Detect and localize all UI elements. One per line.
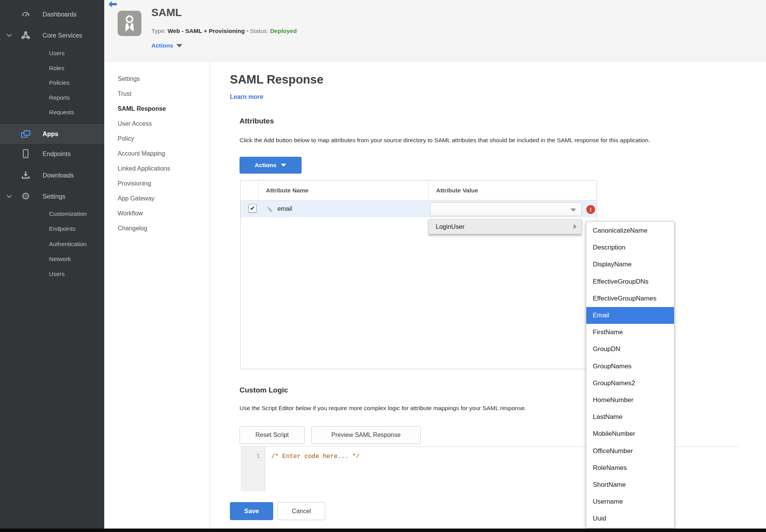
sidebar-item-apps[interactable]: Apps [0, 123, 104, 144]
value-menu-root-loginuser[interactable]: LoginUser [428, 219, 582, 234]
content-divider [210, 62, 210, 529]
phone-icon [19, 149, 32, 159]
cluster-icon [19, 30, 32, 40]
menu-item-username[interactable]: Username [586, 493, 674, 510]
column-header-label: Attribute Name [266, 187, 308, 194]
attribute-value-column-header: Attribute Value [429, 181, 597, 200]
attribute-name-cell: email [277, 200, 292, 217]
cancel-button[interactable]: Cancel [277, 502, 325, 520]
menu-item-shortname[interactable]: ShortName [586, 476, 674, 493]
menu-item-lastname[interactable]: LastName [586, 409, 674, 425]
gear-icon: ⚙ [19, 191, 32, 201]
sidebar-subitem-label: Roles [49, 65, 64, 72]
menu-item-mobilenumber[interactable]: MobileNumber [586, 425, 674, 442]
subnav-item-changelog[interactable]: Changelog [118, 221, 170, 236]
menu-item-rolenames[interactable]: RoleNames [586, 460, 674, 476]
attribute-value-select[interactable] [430, 202, 582, 216]
preview-saml-response-button[interactable]: Preview SAML Response [311, 426, 421, 444]
sidebar-item-authentication[interactable]: Authentication [0, 237, 104, 251]
sidebar-item-roles[interactable]: Roles [0, 61, 104, 76]
subnav-item-workflow[interactable]: Workflow [118, 206, 170, 221]
sidebar-item-endpoints[interactable]: Endpoints [0, 146, 104, 161]
menu-item-officenumber[interactable]: OfficeNumber [586, 442, 674, 459]
menu-item-groupnames2[interactable]: GroupNames2 [586, 375, 674, 392]
sidebar-item-dashboards[interactable]: Dashboards [0, 7, 104, 21]
app-title: SAML [151, 7, 182, 19]
sidebar-item-core-services[interactable]: Core Services [0, 28, 104, 43]
menu-item-groupdn[interactable]: GroupDN [586, 341, 674, 358]
sidebar-subitem-label: Endpoints [49, 225, 75, 232]
back-arrow-icon[interactable] [108, 1, 117, 8]
attributes-heading: Attributes [239, 117, 274, 125]
menu-item-homenumber[interactable]: HomeNumber [586, 392, 674, 409]
sidebar-item-reports[interactable]: Reports [0, 90, 104, 105]
column-header-label: Attribute Value [436, 187, 478, 194]
sidebar-item-label: Endpoints [43, 150, 71, 158]
header-actions-dropdown[interactable]: Actions [151, 42, 182, 49]
attributes-description: Click the Add button below to map attrib… [239, 137, 650, 144]
menu-item-effectivegroupnames[interactable]: EffectiveGroupNames [586, 290, 674, 307]
gauge-icon [19, 9, 32, 20]
sidebar-subitem-label: Users [49, 271, 64, 277]
menu-item-canonicalizename[interactable]: CanonicalizeName [586, 222, 674, 239]
page-content: SAML Type: Web - SAML + Provisioning•Sta… [104, 0, 766, 532]
subnav-item-user-access[interactable]: User Access [118, 116, 170, 131]
subnav-item-account-mapping[interactable]: Account Mapping [118, 146, 170, 161]
window-bottom-edge [0, 529, 766, 532]
award-ribbon-icon [118, 11, 141, 36]
submenu-arrow-icon [574, 224, 577, 229]
save-button[interactable]: Save [230, 502, 273, 520]
sidebar-subitem-label: Authentication [49, 241, 87, 248]
subnav-item-policy[interactable]: Policy [118, 131, 170, 146]
sidebar-item-label: Downloads [43, 172, 74, 179]
learn-more-link[interactable]: Learn more [230, 94, 263, 100]
subnav-item-settings[interactable]: Settings [118, 71, 170, 86]
caret-down-icon [176, 44, 182, 48]
reset-script-button[interactable]: Reset Script [239, 426, 305, 444]
sidebar-item-users-settings[interactable]: Users [0, 267, 104, 281]
sidebar-item-endpoints-settings[interactable]: Endpoints [0, 222, 104, 236]
sidebar-subitem-label: Network [49, 256, 71, 263]
menu-item-effectivegroupdns[interactable]: EffectiveGroupDNs [586, 273, 674, 290]
subnav-item-trust[interactable]: Trust [118, 86, 170, 101]
status-label: Status: [250, 28, 268, 34]
value-menu-root-label: LoginUser [429, 223, 464, 230]
select-column-header [241, 181, 259, 200]
pencil-icon[interactable] [265, 205, 274, 215]
row-checkbox[interactable]: ✔ [248, 204, 257, 212]
sidebar-subitem-label: Policies [49, 79, 69, 86]
sidebar-item-settings[interactable]: ⚙ Settings [0, 189, 104, 204]
menu-item-uuid[interactable]: Uuid [586, 510, 674, 527]
app-subnav: Settings Trust SAML Response User Access… [118, 71, 170, 236]
page-title: SAML Response [230, 73, 323, 87]
apps-icon [19, 129, 32, 139]
sidebar-item-customization[interactable]: Customization [0, 207, 104, 221]
chevron-down-icon[interactable] [5, 194, 14, 198]
menu-item-firstname[interactable]: FirstName [586, 324, 674, 341]
menu-item-displayname[interactable]: DisplayName [586, 256, 674, 273]
subnav-item-linked-applications[interactable]: Linked Applications [118, 161, 170, 176]
chevron-down-icon[interactable] [5, 33, 14, 37]
sidebar-item-requests[interactable]: Requests [0, 105, 104, 120]
attributes-actions-button[interactable]: Actions [239, 157, 302, 174]
menu-item-description[interactable]: Description [586, 239, 674, 256]
sidebar-item-downloads[interactable]: Downloads [0, 168, 104, 182]
caret-down-icon [281, 164, 286, 167]
header-actions-label: Actions [151, 42, 173, 49]
subnav-item-provisioning[interactable]: Provisioning [118, 176, 170, 191]
menu-item-groupnames[interactable]: GroupNames [586, 358, 674, 375]
sidebar-item-label: Apps [43, 130, 58, 138]
sidebar-subitem-label: Users [49, 50, 64, 57]
menu-item-email[interactable]: Email [586, 307, 674, 324]
sidebar-subitem-label: Customization [49, 210, 87, 217]
status-badge: Deployed [270, 28, 297, 34]
subnav-item-app-gateway[interactable]: App Gateway [118, 191, 170, 206]
main-sidebar: Dashboards Core Services Users Roles Pol… [0, 0, 104, 532]
sidebar-item-policies[interactable]: Policies [0, 76, 104, 90]
sidebar-item-users[interactable]: Users [0, 46, 104, 61]
sidebar-item-network[interactable]: Network [0, 252, 104, 266]
editor-line-number: 1 [241, 447, 265, 491]
error-icon: ! [586, 205, 595, 214]
subnav-item-saml-response[interactable]: SAML Response [118, 101, 170, 116]
download-icon [19, 170, 32, 180]
